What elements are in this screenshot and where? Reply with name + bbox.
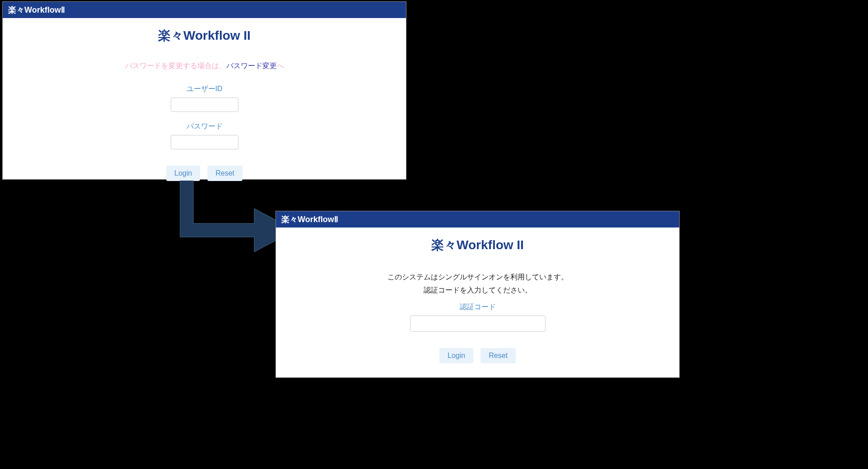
auth-code-input[interactable] (410, 316, 546, 332)
reset-button[interactable]: Reset (207, 166, 243, 181)
password-change-link[interactable]: パスワード変更 (226, 62, 277, 70)
button-row: Login Reset (276, 348, 679, 363)
password-label: パスワード (3, 122, 406, 131)
login-content: 楽々Workflow II パスワードを変更する場合は、パスワード変更へ ユーザ… (3, 18, 406, 181)
reset-button[interactable]: Reset (481, 348, 516, 363)
header-bar: 楽々WorkflowⅡ (3, 2, 406, 18)
login-button[interactable]: Login (439, 348, 473, 363)
password-change-hint: パスワードを変更する場合は、パスワード変更へ (3, 61, 406, 71)
sso-message: このシステムはシングルサインオンを利用しています。 認証コードを入力してください… (276, 271, 679, 297)
button-row: Login Reset (3, 166, 406, 181)
user-id-label: ユーザーID (3, 84, 406, 94)
password-input[interactable] (171, 135, 238, 149)
login-window: 楽々WorkflowⅡ 楽々Workflow II パスワードを変更する場合は、… (2, 1, 406, 180)
page-title: 楽々Workflow II (3, 27, 406, 44)
hint-suffix: へ (277, 62, 284, 70)
auth-code-window: 楽々WorkflowⅡ 楽々Workflow II このシステムはシングルサイン… (275, 211, 680, 378)
auth-code-label: 認証コード (276, 302, 679, 312)
user-id-input[interactable] (171, 98, 238, 112)
sso-line-2: 認証コードを入力してください。 (276, 284, 679, 297)
sso-line-1: このシステムはシングルサインオンを利用しています。 (276, 271, 679, 284)
auth-content: 楽々Workflow II このシステムはシングルサインオンを利用しています。 … (276, 228, 679, 363)
logo-text: 楽々WorkflowⅡ (8, 5, 65, 15)
logo-text: 楽々WorkflowⅡ (281, 214, 338, 225)
app-logo: 楽々WorkflowⅡ (281, 214, 338, 225)
login-button[interactable]: Login (166, 166, 200, 181)
page-title: 楽々Workflow II (276, 237, 679, 254)
app-logo: 楽々WorkflowⅡ (8, 5, 65, 15)
hint-prefix: パスワードを変更する場合は、 (125, 62, 226, 70)
header-bar: 楽々WorkflowⅡ (276, 211, 679, 228)
